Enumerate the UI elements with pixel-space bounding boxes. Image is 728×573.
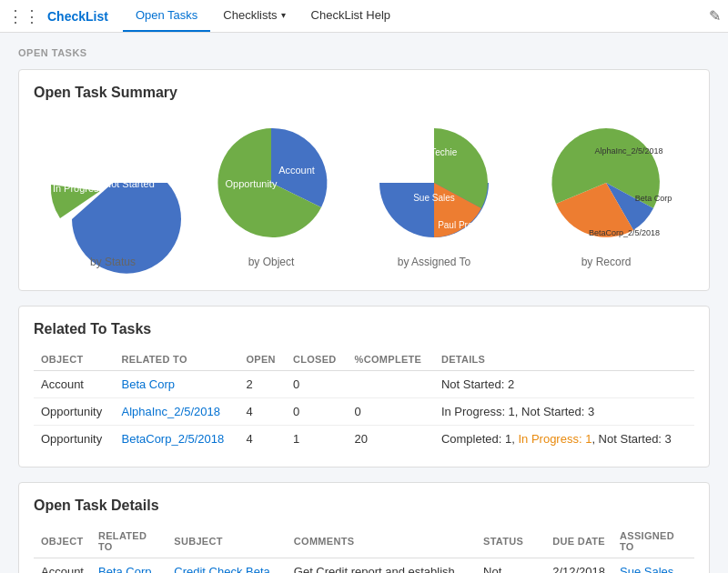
row-comments: Get Credit report and establish credit l… bbox=[287, 558, 476, 574]
account-label: Account bbox=[278, 165, 315, 176]
pie-assigned: Tom Techie Sue Sales Paul Presales bbox=[361, 119, 507, 246]
task-details-title: Open Task Details bbox=[34, 498, 694, 514]
row-related-to: AlphaInc_2/5/2018 bbox=[115, 398, 239, 426]
col-assigned-to: ASSIGNED TO bbox=[612, 525, 694, 558]
row-details: Not Started: 2 bbox=[434, 371, 694, 398]
status-chart-label: by Status bbox=[90, 256, 136, 268]
table-row: Opportunity BetaCorp_2/5/2018 4 1 20 Com… bbox=[34, 426, 694, 453]
related-to-link[interactable]: Beta Corp bbox=[98, 565, 152, 573]
related-tasks-header: OBJECT RELATED TO OPEN CLOSED %COMPLETE … bbox=[34, 348, 694, 371]
opportunity-label: Opportunity bbox=[226, 178, 278, 189]
summary-card: Open Task Summary Not Started In Progres… bbox=[18, 69, 710, 291]
subject-link[interactable]: Credit Check Beta Corp bbox=[174, 565, 270, 573]
col-closed: CLOSED bbox=[286, 348, 348, 371]
betacorp-label: Beta Corp bbox=[635, 194, 672, 203]
col-open: OPEN bbox=[238, 348, 285, 371]
related-to-link[interactable]: Beta Corp bbox=[122, 377, 176, 391]
col-status: STATUS bbox=[476, 525, 545, 558]
betacorp25-label: BetaCorp_2/5/2018 bbox=[589, 228, 660, 237]
task-details-table: OBJECT RELATED TO SUBJECT COMMENTS STATU… bbox=[34, 525, 694, 573]
page-label: OPEN TASKS bbox=[18, 47, 710, 58]
assigned-chart-label: by Assigned To bbox=[398, 256, 471, 268]
details-prefix: Completed: 1, bbox=[441, 432, 519, 446]
row-details: In Progress: 1, Not Started: 3 bbox=[434, 398, 694, 426]
sue-label: Sue Sales bbox=[413, 193, 455, 203]
details-suffix: , Not Started: 3 bbox=[592, 432, 671, 446]
related-to-link[interactable]: AlphaInc_2/5/2018 bbox=[122, 405, 220, 418]
col-subject: SUBJECT bbox=[167, 525, 287, 558]
row-details-mixed: Completed: 1, In Progress: 1, Not Starte… bbox=[434, 426, 694, 453]
tab-help[interactable]: CheckList Help bbox=[298, 0, 403, 32]
col-pct: %COMPLETE bbox=[348, 348, 434, 371]
assigned-to-link[interactable]: Sue Sales bbox=[620, 565, 673, 573]
row-object: Account bbox=[34, 558, 91, 574]
row-related-to: BetaCorp_2/5/2018 bbox=[115, 426, 239, 453]
grid-icon[interactable]: ⋮⋮ bbox=[7, 6, 40, 26]
chart-record: AlphaInc_2/5/2018 Beta Corp BetaCorp_2/5… bbox=[529, 119, 683, 268]
row-closed: 0 bbox=[286, 371, 348, 398]
nav-tabs: Open Tasks Checklists ▾ CheckList Help bbox=[123, 0, 403, 32]
row-open: 2 bbox=[238, 371, 285, 398]
row-subject: Credit Check Beta Corp bbox=[167, 558, 287, 574]
tab-checklists[interactable]: Checklists ▾ bbox=[210, 0, 298, 32]
tom-label: Tom Techie bbox=[411, 147, 458, 157]
col-object: OBJECT bbox=[34, 525, 91, 558]
row-closed: 1 bbox=[286, 426, 348, 453]
row-pct: 0 bbox=[348, 398, 434, 426]
chart-status: Not Started In Progress by Status bbox=[45, 119, 181, 268]
alphainc-label: AlphaInc_2/5/2018 bbox=[594, 146, 662, 156]
row-open: 4 bbox=[238, 426, 285, 453]
related-to-link[interactable]: BetaCorp_2/5/2018 bbox=[122, 432, 225, 446]
checklists-caret: ▾ bbox=[281, 10, 286, 20]
tab-open-tasks[interactable]: Open Tasks bbox=[123, 0, 210, 32]
col-details: DETAILS bbox=[434, 348, 694, 371]
related-tasks-title: Related To Tasks bbox=[34, 321, 694, 337]
not-started-label: Not Started bbox=[104, 178, 155, 189]
row-assigned-to: Sue Sales bbox=[612, 558, 694, 574]
pie-object: Opportunity Account bbox=[203, 119, 339, 246]
record-chart-label: by Record bbox=[581, 256, 632, 268]
pie-status: Not Started In Progress bbox=[45, 119, 181, 246]
pie-record: AlphaInc_2/5/2018 Beta Corp BetaCorp_2/5… bbox=[529, 119, 683, 246]
table-row: Opportunity AlphaInc_2/5/2018 4 0 0 In P… bbox=[34, 398, 694, 426]
col-comments: COMMENTS bbox=[287, 525, 476, 558]
row-open: 4 bbox=[238, 398, 285, 426]
row-object: Account bbox=[34, 371, 115, 398]
details-colored: In Progress: 1 bbox=[518, 432, 592, 446]
row-closed: 0 bbox=[286, 398, 348, 426]
row-pct: 20 bbox=[348, 426, 434, 453]
row-pct bbox=[348, 371, 434, 398]
app-name: CheckList bbox=[47, 9, 108, 24]
table-row: Account Beta Corp Credit Check Beta Corp… bbox=[34, 558, 694, 574]
row-due-date: 2/12/2018 bbox=[545, 558, 612, 574]
in-progress-label: In Progress bbox=[53, 183, 105, 194]
page-content: OPEN TASKS Open Task Summary Not Started… bbox=[0, 33, 728, 573]
paul-label: Paul Presales bbox=[438, 220, 494, 230]
task-details-header: OBJECT RELATED TO SUBJECT COMMENTS STATU… bbox=[34, 525, 694, 558]
col-object: OBJECT bbox=[34, 348, 115, 371]
col-related-to: RELATED TO bbox=[115, 348, 239, 371]
top-nav: ⋮⋮ CheckList Open Tasks Checklists ▾ Che… bbox=[0, 0, 728, 33]
chart-object: Opportunity Account by Object bbox=[203, 119, 339, 268]
related-tasks-table: OBJECT RELATED TO OPEN CLOSED %COMPLETE … bbox=[34, 348, 694, 452]
row-related-to: Beta Corp bbox=[115, 371, 239, 398]
row-status: Not Started bbox=[476, 558, 545, 574]
object-chart-label: by Object bbox=[248, 256, 295, 268]
table-row: Account Beta Corp 2 0 Not Started: 2 bbox=[34, 371, 694, 398]
row-object: Opportunity bbox=[34, 398, 115, 426]
related-tasks-card: Related To Tasks OBJECT RELATED TO OPEN … bbox=[18, 306, 710, 467]
chart-assigned: Tom Techie Sue Sales Paul Presales by As… bbox=[361, 119, 507, 268]
col-due-date: DUE DATE bbox=[545, 525, 612, 558]
task-details-card: Open Task Details OBJECT RELATED TO SUBJ… bbox=[18, 482, 710, 573]
charts-row: Not Started In Progress by Status Opport… bbox=[34, 112, 694, 276]
row-object: Opportunity bbox=[34, 426, 115, 453]
summary-title: Open Task Summary bbox=[34, 85, 694, 101]
row-related-to: Beta Corp bbox=[91, 558, 167, 574]
edit-icon[interactable]: ✎ bbox=[709, 7, 721, 25]
col-related-to: RELATED TO bbox=[91, 525, 167, 558]
